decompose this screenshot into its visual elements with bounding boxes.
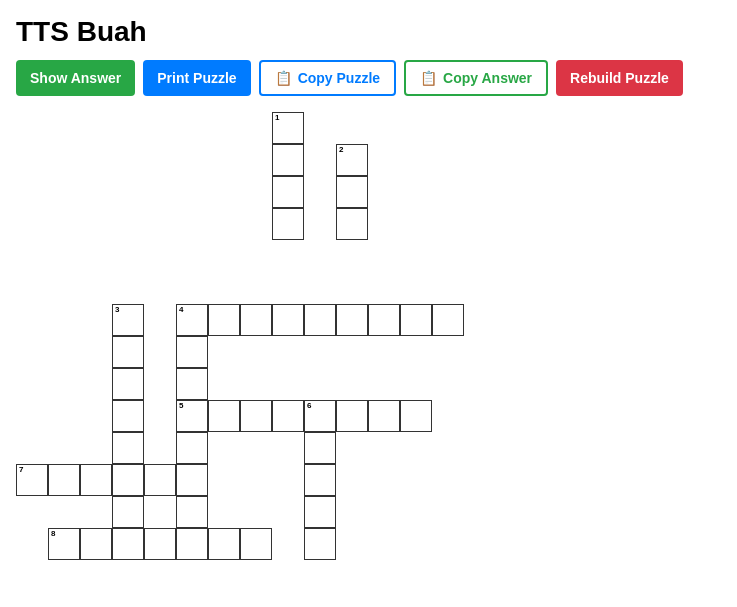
crossword-cell[interactable] bbox=[176, 496, 208, 528]
crossword-cell[interactable] bbox=[240, 304, 272, 336]
crossword-cell[interactable] bbox=[240, 400, 272, 432]
crossword-cell[interactable] bbox=[304, 432, 336, 464]
crossword-cell[interactable] bbox=[368, 304, 400, 336]
show-answer-button[interactable]: Show Answer bbox=[16, 60, 135, 96]
crossword-cell[interactable]: 8 bbox=[48, 528, 80, 560]
crossword-cell[interactable] bbox=[272, 208, 304, 240]
crossword-cell[interactable] bbox=[208, 528, 240, 560]
crossword-cell[interactable] bbox=[112, 528, 144, 560]
crossword-cell[interactable] bbox=[112, 496, 144, 528]
crossword-cell[interactable]: 2 bbox=[336, 144, 368, 176]
crossword-cell[interactable] bbox=[176, 432, 208, 464]
crossword-cell[interactable] bbox=[336, 176, 368, 208]
crossword-cell[interactable] bbox=[176, 464, 208, 496]
copy-answer-icon: 📋 bbox=[420, 70, 437, 86]
crossword-cell[interactable]: 3 bbox=[112, 304, 144, 336]
copy-icon: 📋 bbox=[275, 70, 292, 86]
crossword-cell[interactable] bbox=[368, 400, 400, 432]
crossword-cell[interactable] bbox=[80, 528, 112, 560]
crossword-cell[interactable] bbox=[336, 400, 368, 432]
print-puzzle-button[interactable]: Print Puzzle bbox=[143, 60, 250, 96]
crossword-cell[interactable] bbox=[304, 464, 336, 496]
crossword-cell[interactable] bbox=[144, 528, 176, 560]
crossword-cell[interactable] bbox=[272, 400, 304, 432]
copy-answer-button[interactable]: 📋 Copy Answer bbox=[404, 60, 548, 96]
crossword-cell[interactable] bbox=[336, 208, 368, 240]
crossword-cell[interactable] bbox=[144, 464, 176, 496]
crossword-cell[interactable] bbox=[176, 368, 208, 400]
crossword-cell[interactable] bbox=[336, 304, 368, 336]
crossword-cell[interactable] bbox=[80, 464, 112, 496]
crossword-cell[interactable] bbox=[208, 400, 240, 432]
crossword-cell[interactable]: 6 bbox=[304, 400, 336, 432]
crossword-cell[interactable] bbox=[304, 528, 336, 560]
copy-puzzle-button[interactable]: 📋 Copy Puzzle bbox=[259, 60, 396, 96]
crossword-cell[interactable] bbox=[112, 400, 144, 432]
crossword-cell[interactable] bbox=[272, 144, 304, 176]
crossword-cell[interactable] bbox=[176, 528, 208, 560]
crossword-cell[interactable] bbox=[432, 304, 464, 336]
crossword-cell[interactable] bbox=[176, 336, 208, 368]
crossword-cell[interactable]: 5 bbox=[176, 400, 208, 432]
crossword-cell[interactable] bbox=[400, 304, 432, 336]
crossword-cell[interactable]: 4 bbox=[176, 304, 208, 336]
crossword-cell[interactable] bbox=[208, 304, 240, 336]
crossword-cell[interactable] bbox=[272, 176, 304, 208]
crossword-cell[interactable] bbox=[400, 400, 432, 432]
rebuild-puzzle-button[interactable]: Rebuild Puzzle bbox=[556, 60, 683, 96]
crossword-cell[interactable] bbox=[304, 496, 336, 528]
crossword-cell[interactable]: 1 bbox=[272, 112, 304, 144]
crossword-cell[interactable] bbox=[240, 528, 272, 560]
toolbar: Show Answer Print Puzzle 📋 Copy Puzzle 📋… bbox=[16, 60, 721, 96]
crossword-cell[interactable] bbox=[112, 368, 144, 400]
crossword-cell[interactable] bbox=[304, 304, 336, 336]
crossword-cell[interactable] bbox=[112, 464, 144, 496]
crossword-cell[interactable] bbox=[48, 464, 80, 496]
crossword-cell[interactable] bbox=[112, 432, 144, 464]
crossword-cell[interactable]: 7 bbox=[16, 464, 48, 496]
crossword-puzzle: 12435678 bbox=[16, 112, 506, 602]
crossword-cell[interactable] bbox=[272, 304, 304, 336]
page-title: TTS Buah bbox=[16, 16, 721, 48]
crossword-cell[interactable] bbox=[112, 336, 144, 368]
